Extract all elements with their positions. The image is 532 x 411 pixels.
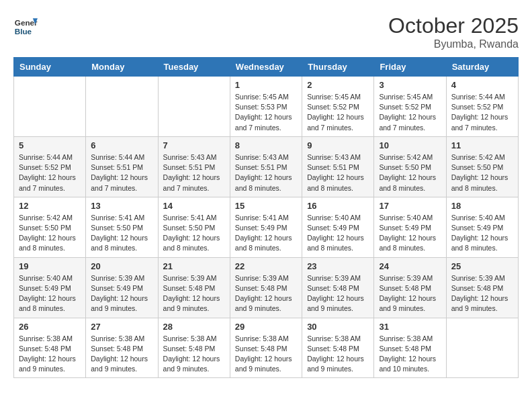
- calendar-cell: [446, 318, 518, 378]
- calendar-cell: 31Sunrise: 5:38 AM Sunset: 5:48 PM Dayli…: [374, 318, 446, 378]
- calendar-cell: 15Sunrise: 5:41 AM Sunset: 5:49 PM Dayli…: [230, 197, 302, 257]
- calendar-cell: 22Sunrise: 5:39 AM Sunset: 5:48 PM Dayli…: [230, 257, 302, 318]
- day-info: Sunrise: 5:39 AM Sunset: 5:48 PM Dayligh…: [379, 273, 441, 314]
- logo-icon: General Blue: [13, 13, 38, 38]
- day-number: 17: [379, 201, 441, 211]
- weekday-header-sunday: Sunday: [14, 58, 86, 77]
- day-info: Sunrise: 5:45 AM Sunset: 5:52 PM Dayligh…: [379, 92, 441, 133]
- day-info: Sunrise: 5:39 AM Sunset: 5:48 PM Dayligh…: [451, 273, 513, 314]
- calendar-cell: [158, 77, 230, 137]
- calendar-cell: 9Sunrise: 5:43 AM Sunset: 5:51 PM Daylig…: [302, 136, 374, 197]
- day-info: Sunrise: 5:42 AM Sunset: 5:50 PM Dayligh…: [19, 213, 81, 254]
- calendar-cell: 28Sunrise: 5:38 AM Sunset: 5:48 PM Dayli…: [158, 318, 230, 378]
- calendar-cell: 4Sunrise: 5:44 AM Sunset: 5:52 PM Daylig…: [446, 77, 518, 137]
- calendar-week-1: 1Sunrise: 5:45 AM Sunset: 5:53 PM Daylig…: [14, 77, 519, 137]
- calendar-cell: 6Sunrise: 5:44 AM Sunset: 5:51 PM Daylig…: [86, 136, 158, 197]
- page-header: General Blue October 2025 Byumba, Rwanda: [13, 13, 519, 50]
- calendar-cell: 5Sunrise: 5:44 AM Sunset: 5:52 PM Daylig…: [14, 136, 86, 197]
- calendar-cell: 1Sunrise: 5:45 AM Sunset: 5:53 PM Daylig…: [230, 77, 302, 137]
- calendar-week-5: 26Sunrise: 5:38 AM Sunset: 5:48 PM Dayli…: [14, 318, 519, 378]
- weekday-header-monday: Monday: [86, 58, 158, 77]
- weekday-header-saturday: Saturday: [446, 58, 518, 77]
- calendar-cell: 25Sunrise: 5:39 AM Sunset: 5:48 PM Dayli…: [446, 257, 518, 318]
- location: Byumba, Rwanda: [388, 38, 519, 50]
- calendar-table: SundayMondayTuesdayWednesdayThursdayFrid…: [13, 57, 519, 378]
- day-number: 9: [307, 140, 369, 150]
- day-number: 26: [19, 322, 81, 332]
- day-info: Sunrise: 5:38 AM Sunset: 5:48 PM Dayligh…: [163, 334, 225, 375]
- day-info: Sunrise: 5:41 AM Sunset: 5:49 PM Dayligh…: [235, 213, 297, 254]
- weekday-header-tuesday: Tuesday: [158, 58, 230, 77]
- day-number: 6: [91, 140, 152, 150]
- calendar-cell: 18Sunrise: 5:40 AM Sunset: 5:49 PM Dayli…: [446, 197, 518, 257]
- calendar-cell: 29Sunrise: 5:38 AM Sunset: 5:48 PM Dayli…: [230, 318, 302, 378]
- calendar-cell: 16Sunrise: 5:40 AM Sunset: 5:49 PM Dayli…: [302, 197, 374, 257]
- day-number: 13: [91, 201, 152, 211]
- calendar-cell: 21Sunrise: 5:39 AM Sunset: 5:48 PM Dayli…: [158, 257, 230, 318]
- day-number: 4: [451, 80, 513, 90]
- day-number: 14: [163, 201, 225, 211]
- day-info: Sunrise: 5:43 AM Sunset: 5:51 PM Dayligh…: [307, 152, 369, 193]
- day-number: 15: [235, 201, 297, 211]
- calendar-week-2: 5Sunrise: 5:44 AM Sunset: 5:52 PM Daylig…: [14, 136, 519, 197]
- calendar-cell: 3Sunrise: 5:45 AM Sunset: 5:52 PM Daylig…: [374, 77, 446, 137]
- day-info: Sunrise: 5:39 AM Sunset: 5:49 PM Dayligh…: [91, 273, 152, 314]
- calendar-cell: 24Sunrise: 5:39 AM Sunset: 5:48 PM Dayli…: [374, 257, 446, 318]
- day-info: Sunrise: 5:38 AM Sunset: 5:48 PM Dayligh…: [91, 334, 152, 375]
- day-info: Sunrise: 5:45 AM Sunset: 5:52 PM Dayligh…: [307, 92, 369, 133]
- calendar-cell: 2Sunrise: 5:45 AM Sunset: 5:52 PM Daylig…: [302, 77, 374, 137]
- day-info: Sunrise: 5:43 AM Sunset: 5:51 PM Dayligh…: [163, 152, 225, 193]
- day-number: 22: [235, 261, 297, 271]
- calendar-cell: [86, 77, 158, 137]
- day-number: 2: [307, 80, 369, 90]
- calendar-cell: 14Sunrise: 5:41 AM Sunset: 5:50 PM Dayli…: [158, 197, 230, 257]
- title-block: October 2025 Byumba, Rwanda: [388, 13, 519, 50]
- day-info: Sunrise: 5:44 AM Sunset: 5:51 PM Dayligh…: [91, 152, 152, 193]
- day-number: 19: [19, 261, 81, 271]
- calendar-cell: 19Sunrise: 5:40 AM Sunset: 5:49 PM Dayli…: [14, 257, 86, 318]
- calendar-week-3: 12Sunrise: 5:42 AM Sunset: 5:50 PM Dayli…: [14, 197, 519, 257]
- day-info: Sunrise: 5:42 AM Sunset: 5:50 PM Dayligh…: [451, 152, 513, 193]
- day-info: Sunrise: 5:38 AM Sunset: 5:48 PM Dayligh…: [235, 334, 297, 375]
- day-number: 30: [307, 322, 369, 332]
- day-number: 31: [379, 322, 441, 332]
- weekday-header-wednesday: Wednesday: [230, 58, 302, 77]
- day-info: Sunrise: 5:38 AM Sunset: 5:48 PM Dayligh…: [307, 334, 369, 375]
- day-info: Sunrise: 5:45 AM Sunset: 5:53 PM Dayligh…: [235, 92, 297, 133]
- calendar-cell: 30Sunrise: 5:38 AM Sunset: 5:48 PM Dayli…: [302, 318, 374, 378]
- calendar-cell: 7Sunrise: 5:43 AM Sunset: 5:51 PM Daylig…: [158, 136, 230, 197]
- day-number: 10: [379, 140, 441, 150]
- calendar-cell: 17Sunrise: 5:40 AM Sunset: 5:49 PM Dayli…: [374, 197, 446, 257]
- day-info: Sunrise: 5:39 AM Sunset: 5:48 PM Dayligh…: [235, 273, 297, 314]
- calendar-cell: 11Sunrise: 5:42 AM Sunset: 5:50 PM Dayli…: [446, 136, 518, 197]
- day-number: 12: [19, 201, 81, 211]
- day-info: Sunrise: 5:44 AM Sunset: 5:52 PM Dayligh…: [451, 92, 513, 133]
- calendar-cell: 23Sunrise: 5:39 AM Sunset: 5:48 PM Dayli…: [302, 257, 374, 318]
- day-number: 7: [163, 140, 225, 150]
- day-number: 1: [235, 80, 297, 90]
- day-number: 21: [163, 261, 225, 271]
- calendar-cell: 26Sunrise: 5:38 AM Sunset: 5:48 PM Dayli…: [14, 318, 86, 378]
- day-number: 29: [235, 322, 297, 332]
- day-info: Sunrise: 5:41 AM Sunset: 5:50 PM Dayligh…: [163, 213, 225, 254]
- day-info: Sunrise: 5:41 AM Sunset: 5:50 PM Dayligh…: [91, 213, 152, 254]
- day-info: Sunrise: 5:40 AM Sunset: 5:49 PM Dayligh…: [19, 273, 81, 314]
- day-info: Sunrise: 5:43 AM Sunset: 5:51 PM Dayligh…: [235, 152, 297, 193]
- day-number: 24: [379, 261, 441, 271]
- day-info: Sunrise: 5:42 AM Sunset: 5:50 PM Dayligh…: [379, 152, 441, 193]
- svg-text:Blue: Blue: [15, 27, 32, 36]
- calendar-cell: 12Sunrise: 5:42 AM Sunset: 5:50 PM Dayli…: [14, 197, 86, 257]
- day-info: Sunrise: 5:40 AM Sunset: 5:49 PM Dayligh…: [379, 213, 441, 254]
- day-info: Sunrise: 5:38 AM Sunset: 5:48 PM Dayligh…: [19, 334, 81, 375]
- day-info: Sunrise: 5:39 AM Sunset: 5:48 PM Dayligh…: [163, 273, 225, 314]
- day-number: 28: [163, 322, 225, 332]
- day-number: 20: [91, 261, 152, 271]
- day-number: 18: [451, 201, 513, 211]
- day-info: Sunrise: 5:44 AM Sunset: 5:52 PM Dayligh…: [19, 152, 81, 193]
- weekday-header-thursday: Thursday: [302, 58, 374, 77]
- calendar-week-4: 19Sunrise: 5:40 AM Sunset: 5:49 PM Dayli…: [14, 257, 519, 318]
- day-info: Sunrise: 5:38 AM Sunset: 5:48 PM Dayligh…: [379, 334, 441, 375]
- day-number: 5: [19, 140, 81, 150]
- calendar-cell: [14, 77, 86, 137]
- logo: General Blue: [13, 13, 38, 38]
